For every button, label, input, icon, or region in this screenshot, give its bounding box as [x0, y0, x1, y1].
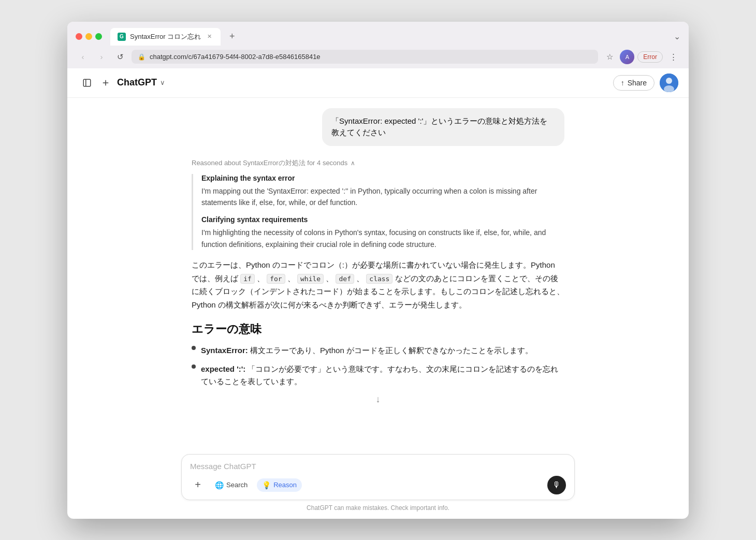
sep-1: 、: [257, 274, 265, 283]
mic-icon: 🎙: [553, 480, 561, 490]
new-tab-button[interactable]: +: [225, 30, 239, 44]
share-icon: ↑: [621, 79, 624, 87]
bullet-item-2: expected ':': 「コロンが必要です」という意味です。すなわち、文の末…: [192, 363, 564, 388]
tab-title: SyntaxError コロン忘れ: [130, 32, 201, 41]
bullet-list: SyntaxError: 構文エラーであり、Python がコードを正しく解釈で…: [192, 344, 564, 388]
bullet-2-text: expected ':': 「コロンが必要です」という意味です。すなわち、文の末…: [201, 363, 564, 388]
user-avatar[interactable]: [660, 74, 678, 92]
reasoning-section-2-title: Clarifying syntax requirements: [201, 215, 564, 224]
reasoning-header[interactable]: Reasoned about SyntaxErrorの対処法 for 4 sec…: [192, 158, 564, 168]
tab-row: G SyntaxError コロン忘れ ✕ + ⌄: [76, 28, 680, 46]
search-icon: 🌐: [215, 481, 224, 489]
sidebar-toggle-button[interactable]: [78, 74, 96, 92]
reasoning-section-2-text: I'm highlighting the necessity of colons…: [201, 227, 564, 250]
url-bar[interactable]: 🔒 chatgpt.com/c/67a41679-54f4-8002-a7d8-…: [132, 50, 598, 64]
input-toolbar: + 🌐 Search 💡 Reason 🎙: [190, 476, 566, 494]
mic-button[interactable]: 🎙: [547, 476, 566, 494]
sep-3: 、: [326, 274, 333, 283]
reasoning-section-1-title: Explaining the syntax error: [201, 174, 564, 182]
chatgpt-logo[interactable]: ChatGPT ∨: [117, 77, 165, 88]
chatgpt-logo-text: ChatGPT: [117, 77, 157, 88]
forward-button[interactable]: ›: [94, 50, 109, 64]
inline-code-for: for: [267, 274, 285, 284]
reason-icon: 💡: [262, 481, 271, 489]
chatgpt-logo-chevron: ∨: [160, 79, 165, 86]
chatgpt-header: ChatGPT ∨ ↑ Share: [67, 68, 689, 98]
new-chat-button[interactable]: [96, 74, 115, 92]
reasoning-chevron-icon: ∧: [351, 159, 355, 167]
chat-content[interactable]: 「SyntaxError: expected ':'」というエラーの意味と対処方…: [67, 98, 689, 449]
url-text: chatgpt.com/c/67a41679-54f4-8002-a7d8-e5…: [150, 53, 592, 61]
chat-container: 「SyntaxError: expected ':'」というエラーの意味と対処方…: [181, 108, 575, 405]
maximize-button[interactable]: [95, 33, 102, 40]
assistant-body-text: このエラーは、Python のコードでコロン（:）が必要な場所に書かれていない場…: [192, 258, 564, 311]
browser-menu-button[interactable]: ⋮: [666, 50, 680, 64]
reason-label: Reason: [273, 481, 297, 489]
scroll-down-indicator[interactable]: ↓: [192, 394, 564, 405]
tab-favicon: G: [118, 33, 126, 41]
input-container: Message ChatGPT + 🌐 Search 💡 Reason 🎙: [181, 454, 575, 500]
reasoning-box: Explaining the syntax error I'm mapping …: [192, 174, 564, 251]
sep-4: 、: [356, 274, 364, 283]
browser-window: G SyntaxError コロン忘れ ✕ + ⌄ ‹ › ↺ 🔒 chatgp…: [67, 22, 689, 519]
inline-code-while: while: [297, 274, 324, 284]
share-label: Share: [628, 79, 647, 87]
bullet-item-1: SyntaxError: 構文エラーであり、Python がコードを正しく解釈で…: [192, 344, 564, 357]
inline-code-def: def: [336, 274, 354, 284]
reasoning-section-2: Clarifying syntax requirements I'm highl…: [201, 215, 564, 250]
bullet-dot-1: [192, 346, 196, 350]
sep-2: 、: [287, 274, 295, 283]
active-tab[interactable]: G SyntaxError コロン忘れ ✕: [110, 28, 221, 46]
inline-code-if: if: [240, 274, 255, 284]
user-message-wrapper: 「SyntaxError: expected ':'」というエラーの意味と対処方…: [192, 108, 564, 146]
reasoning-label: Reasoned about SyntaxErrorの対処法 for 4 sec…: [192, 158, 347, 168]
nav-actions: ☆ A Error ⋮: [602, 50, 680, 64]
scroll-down-icon: ↓: [376, 394, 381, 405]
back-button[interactable]: ‹: [76, 50, 90, 64]
app-area: ChatGPT ∨ ↑ Share 「SyntaxError:: [67, 68, 689, 519]
reasoning-section-1-text: I'm mapping out the 'SyntaxError: expect…: [201, 185, 564, 209]
bullet-dot-2: [192, 364, 196, 369]
error-badge[interactable]: Error: [637, 51, 663, 63]
traffic-lights: [76, 33, 102, 40]
user-message: 「SyntaxError: expected ':'」というエラーの意味と対処方…: [322, 108, 564, 146]
footer-text: ChatGPT can make mistakes. Check importa…: [78, 504, 678, 512]
share-button[interactable]: ↑ Share: [613, 75, 655, 91]
svg-rect-0: [83, 79, 91, 86]
svg-point-3: [666, 78, 672, 84]
expand-button[interactable]: ⌄: [674, 32, 680, 41]
reasoning-section-1: Explaining the syntax error I'm mapping …: [201, 174, 564, 209]
search-button[interactable]: 🌐 Search: [210, 478, 253, 492]
assistant-message: Reasoned about SyntaxErrorの対処法 for 4 sec…: [192, 158, 564, 405]
browser-profile-avatar[interactable]: A: [620, 50, 634, 64]
close-button[interactable]: [76, 33, 82, 40]
message-input[interactable]: Message ChatGPT: [190, 462, 566, 471]
title-bar: G SyntaxError コロン忘れ ✕ + ⌄: [67, 22, 689, 46]
section-heading: エラーの意味: [192, 322, 564, 337]
bullet-1-text: SyntaxError: 構文エラーであり、Python がコードを正しく解釈で…: [201, 344, 533, 357]
attach-button[interactable]: +: [190, 477, 206, 493]
bookmark-button[interactable]: ☆: [602, 50, 617, 64]
inline-code-class: class: [366, 274, 392, 284]
reason-button[interactable]: 💡 Reason: [257, 478, 302, 492]
nav-bar: ‹ › ↺ 🔒 chatgpt.com/c/67a41679-54f4-8002…: [67, 46, 689, 68]
refresh-button[interactable]: ↺: [113, 50, 127, 64]
minimize-button[interactable]: [85, 33, 92, 40]
tab-close-button[interactable]: ✕: [205, 33, 213, 41]
search-label: Search: [226, 481, 248, 489]
lock-icon: 🔒: [138, 53, 146, 61]
input-area: Message ChatGPT + 🌐 Search 💡 Reason 🎙: [67, 449, 689, 519]
error-badge-label: Error: [643, 53, 657, 61]
